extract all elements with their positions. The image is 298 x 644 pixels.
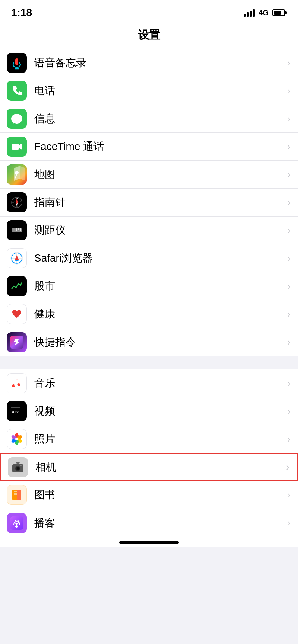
camera-label: 相机 <box>35 460 283 474</box>
books-icon <box>7 485 27 505</box>
chevron-icon: › <box>287 406 291 417</box>
camera-icon <box>8 457 28 477</box>
settings-row-maps[interactable]: 地图 › <box>0 161 298 189</box>
status-bar: 1:18 4G <box>0 0 298 22</box>
music-label: 音乐 <box>34 376 284 390</box>
chevron-icon: › <box>287 113 291 125</box>
measure-label: 测距仪 <box>34 223 284 237</box>
signal-bars-icon <box>244 9 255 17</box>
settings-row-compass[interactable]: N S W E 指南针 › <box>0 189 298 217</box>
settings-row-messages[interactable]: 信息 › <box>0 105 298 133</box>
chevron-icon: › <box>287 225 291 236</box>
messages-label: 信息 <box>34 112 284 126</box>
network-type-label: 4G <box>259 9 269 17</box>
status-icons: 4G <box>244 9 287 17</box>
svg-point-44 <box>20 465 22 466</box>
chevron-icon: › <box>287 308 291 320</box>
home-indicator <box>0 537 298 547</box>
chevron-icon: › <box>287 517 291 529</box>
maps-icon <box>7 164 27 185</box>
home-bar <box>119 541 179 544</box>
settings-row-measure[interactable]: 测距仪 › <box>0 217 298 244</box>
svg-rect-48 <box>10 516 23 530</box>
settings-section-media: 音乐 › a tv 视频 › 照片 <box>0 369 298 537</box>
chevron-icon: › <box>287 85 291 97</box>
measure-icon <box>7 220 27 240</box>
settings-row-phone[interactable]: 电话 › <box>0 77 298 105</box>
settings-row-podcasts[interactable]: 播客 › <box>0 509 298 537</box>
shortcuts-icon <box>7 332 27 352</box>
health-label: 健康 <box>34 307 284 321</box>
svg-rect-5 <box>12 144 19 150</box>
voice-memo-icon <box>7 53 27 73</box>
health-icon <box>7 304 27 324</box>
svg-marker-6 <box>19 144 22 150</box>
voice-memo-label: 语音备忘录 <box>34 56 284 70</box>
photos-icon <box>7 429 27 449</box>
settings-row-stocks[interactable]: 股市 › <box>0 272 298 300</box>
status-time: 1:18 <box>11 7 32 19</box>
safari-label: Safari浏览器 <box>34 251 284 265</box>
podcasts-label: 播客 <box>34 516 284 530</box>
settings-row-books[interactable]: 图书 › <box>0 481 298 509</box>
svg-text:E: E <box>20 201 22 204</box>
chevron-icon: › <box>286 461 289 473</box>
svg-marker-40 <box>16 462 20 464</box>
messages-icon <box>7 109 27 129</box>
safari-icon <box>7 248 27 268</box>
facetime-icon <box>7 137 27 157</box>
chevron-icon: › <box>287 489 291 501</box>
settings-row-shortcuts[interactable]: 快捷指令 › <box>0 328 298 356</box>
phone-icon <box>7 81 27 101</box>
music-icon <box>7 373 27 393</box>
tv-icon: a tv <box>7 401 27 421</box>
stocks-icon <box>7 276 27 296</box>
svg-point-8 <box>15 171 19 174</box>
page-title: 设置 <box>138 29 160 41</box>
settings-row-camera[interactable]: 相机 › <box>0 453 298 481</box>
svg-text:W: W <box>12 201 15 204</box>
chevron-icon: › <box>287 433 291 445</box>
chevron-icon: › <box>287 281 291 292</box>
chevron-icon: › <box>287 57 291 69</box>
settings-section-system: 语音备忘录 › 电话 › 信息 › FaceTime 通话 › <box>0 49 298 356</box>
phone-label: 电话 <box>34 84 284 98</box>
settings-row-music[interactable]: 音乐 › <box>0 369 298 397</box>
settings-row-voice-memo[interactable]: 语音备忘录 › <box>0 49 298 77</box>
svg-rect-29 <box>11 407 20 408</box>
battery-icon <box>272 9 287 16</box>
chevron-icon: › <box>287 253 291 264</box>
page-title-bar: 设置 <box>0 22 298 49</box>
settings-row-photos[interactable]: 照片 › <box>0 425 298 453</box>
photos-label: 照片 <box>34 432 284 446</box>
svg-text:a: a <box>12 410 14 414</box>
podcasts-icon <box>7 513 27 533</box>
svg-rect-0 <box>15 58 18 65</box>
chevron-icon: › <box>287 141 291 153</box>
svg-point-43 <box>17 467 19 470</box>
settings-row-facetime[interactable]: FaceTime 通话 › <box>0 133 298 161</box>
settings-row-tv[interactable]: a tv 视频 › <box>0 397 298 425</box>
svg-text:tv: tv <box>15 410 19 414</box>
settings-row-safari[interactable]: Safari浏览器 › <box>0 244 298 272</box>
books-label: 图书 <box>34 488 284 502</box>
maps-label: 地图 <box>34 167 284 182</box>
settings-row-health[interactable]: 健康 › <box>0 300 298 328</box>
compass-icon: N S W E <box>7 192 27 212</box>
facetime-label: FaceTime 通话 <box>34 140 284 154</box>
stocks-label: 股市 <box>34 279 284 293</box>
tv-label: 视频 <box>34 404 284 418</box>
section-divider <box>0 356 298 369</box>
chevron-icon: › <box>287 336 291 348</box>
chevron-icon: › <box>287 197 291 208</box>
chevron-icon: › <box>287 378 291 389</box>
shortcuts-label: 快捷指令 <box>34 335 284 349</box>
svg-point-38 <box>15 438 18 440</box>
chevron-icon: › <box>287 169 291 180</box>
compass-label: 指南针 <box>34 195 284 209</box>
